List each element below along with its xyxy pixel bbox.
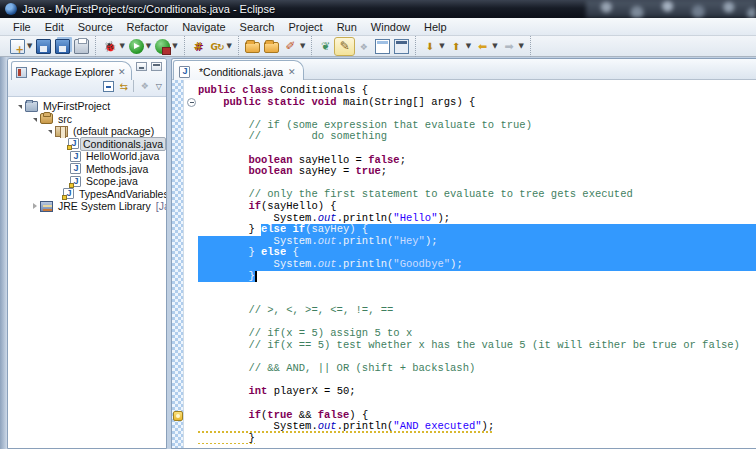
tree-item-label: MyFirstProject xyxy=(42,100,111,112)
java-class-hash-icon xyxy=(191,39,206,54)
prev-annotation-dropdown-icon[interactable]: ▼ xyxy=(466,42,471,50)
code-token: ; xyxy=(381,166,387,178)
run-external-button[interactable]: ▼ xyxy=(153,38,179,55)
tree-item-typesandvariables-java[interactable]: TypesAndVariables.java xyxy=(8,188,166,201)
back-history-dropdown-icon[interactable]: ▼ xyxy=(492,42,497,50)
tree-item-conditionals-java[interactable]: Conditionals.java xyxy=(8,138,166,151)
code-line-31[interactable]: } xyxy=(198,433,756,445)
debug-button[interactable]: ▼ xyxy=(100,38,126,55)
code-line-11[interactable]: if(sayHello) { xyxy=(198,201,756,213)
run-dropdown-icon[interactable]: ▼ xyxy=(146,42,151,50)
save-button[interactable] xyxy=(34,38,53,55)
code-line-27[interactable]: int playerX = 50; xyxy=(198,386,756,398)
next-annotation-button[interactable]: ▼ xyxy=(420,38,446,55)
code-line-1[interactable]: public class Conditionals { xyxy=(198,85,756,97)
tree-item-scope-java[interactable]: Scope.java xyxy=(8,175,166,188)
code-line-30[interactable]: System.out.println("AND executed"); xyxy=(198,421,756,433)
new-wizard-button[interactable]: ▼ xyxy=(8,38,34,55)
maximize-view-button[interactable] xyxy=(151,62,162,71)
tree-item-methods-java[interactable]: Methods.java xyxy=(8,163,166,176)
menu-source[interactable]: Source xyxy=(71,19,120,35)
editor-body[interactable]: public class Conditionals { public stati… xyxy=(172,80,756,448)
forward-history-button[interactable]: ▼ xyxy=(500,38,526,55)
code-line-23[interactable]: // if(x == 5) test whether x has the val… xyxy=(198,340,756,352)
code-line-20[interactable]: // >, <, >=, <=, !=, == xyxy=(198,305,756,317)
code-line-5[interactable]: // do something xyxy=(198,131,756,143)
editor-window-alt-button[interactable] xyxy=(392,38,411,55)
tree-item-myfirstproject[interactable]: MyFirstProject xyxy=(8,100,166,113)
search-pencil-button[interactable]: ▼ xyxy=(281,38,307,55)
open-type-button[interactable] xyxy=(316,38,335,55)
view-menu-button[interactable]: ▽ xyxy=(156,82,162,91)
code-token: (sayHello) { xyxy=(261,201,337,213)
selection-fill xyxy=(437,236,756,248)
open-folder-button[interactable] xyxy=(243,38,262,54)
java-class-hash-button[interactable] xyxy=(189,38,208,55)
menu-file[interactable]: File xyxy=(6,19,38,35)
menu-search[interactable]: Search xyxy=(233,19,282,35)
editor-window-button[interactable] xyxy=(373,38,392,55)
code-line-2[interactable]: public static void main(String[] args) { xyxy=(198,97,756,109)
menu-window[interactable]: Window xyxy=(364,19,417,35)
tree-item-jre-system-library[interactable]: JRE System Library[JavaSE-1.6] xyxy=(8,200,166,213)
back-history-button[interactable]: ▼ xyxy=(473,38,499,55)
package-explorer-tab[interactable]: Package Explorer ✕ xyxy=(11,61,132,80)
menu-help[interactable]: Help xyxy=(417,19,454,35)
print-button[interactable] xyxy=(72,38,91,55)
code-line-13[interactable]: } else if(sayHey) { xyxy=(198,224,756,236)
annotation-ruler[interactable] xyxy=(172,80,184,448)
tree-item-label: JRE System Library xyxy=(57,200,152,212)
editor-tab-conditionals[interactable]: *Conditionals.java ✕ xyxy=(173,60,304,80)
collapse-all-button[interactable] xyxy=(103,81,114,92)
code-area[interactable]: public class Conditionals { public stati… xyxy=(198,80,756,448)
tree-item-helloworld-java[interactable]: HelloWorld.java xyxy=(8,150,166,163)
code-line-17[interactable]: } xyxy=(198,271,756,283)
menu-refactor[interactable]: Refactor xyxy=(120,19,176,35)
link-with-editor-button[interactable]: ⇆ xyxy=(119,81,127,92)
new-wizard-dropdown-icon[interactable]: ▼ xyxy=(27,42,32,50)
menu-navigate[interactable]: Navigate xyxy=(175,19,232,35)
tree-item-label: TypesAndVariables.java xyxy=(78,188,167,200)
tree-item--default-package-[interactable]: (default package) xyxy=(8,125,166,138)
expanded-arrow-icon[interactable] xyxy=(48,130,52,134)
run-external-icon xyxy=(155,39,170,54)
refresh-g-button[interactable]: ▼ xyxy=(208,38,234,55)
forward-history-dropdown-icon[interactable]: ▼ xyxy=(519,42,524,50)
title-bar[interactable]: Java - MyFirstProject/src/Conditionals.j… xyxy=(0,0,756,18)
prev-annotation-button[interactable]: ▼ xyxy=(447,38,473,55)
code-line-28[interactable] xyxy=(198,398,756,410)
collapsed-arrow-icon[interactable] xyxy=(33,203,37,209)
minimize-view-button[interactable] xyxy=(136,62,147,71)
code-line-18[interactable] xyxy=(198,282,756,294)
close-tab-icon[interactable]: ✕ xyxy=(288,67,296,77)
search-pencil-dropdown-icon[interactable]: ▼ xyxy=(300,42,305,50)
code-line-8[interactable]: boolean sayHey = true; xyxy=(198,166,756,178)
tree-item-src[interactable]: src xyxy=(8,113,166,126)
close-view-icon[interactable]: ✕ xyxy=(118,67,126,77)
save-all-button[interactable] xyxy=(53,38,72,55)
java-file-icon xyxy=(68,138,79,149)
focus-on-task-icon[interactable] xyxy=(139,80,151,92)
debug-dropdown-icon[interactable]: ▼ xyxy=(119,42,124,50)
small-gray-button[interactable] xyxy=(354,38,373,55)
code-line-6[interactable] xyxy=(198,143,756,155)
menu-project[interactable]: Project xyxy=(281,19,329,35)
fold-collapse-icon[interactable] xyxy=(187,98,196,107)
code-line-16[interactable]: System.out.println("Goodbye"); xyxy=(198,259,756,271)
code-token: out xyxy=(318,421,337,433)
mark-occurrences-button[interactable] xyxy=(335,38,354,55)
warning-marker-icon[interactable] xyxy=(173,411,183,421)
folding-column[interactable] xyxy=(185,80,198,448)
menu-run[interactable]: Run xyxy=(330,19,364,35)
run-button[interactable]: ▼ xyxy=(127,38,153,55)
next-annotation-dropdown-icon[interactable]: ▼ xyxy=(439,42,444,50)
code-token: main(String[] args) { xyxy=(337,97,476,109)
folder-button[interactable] xyxy=(262,38,281,54)
code-line-25[interactable]: // && AND, || OR (shift + backslash) xyxy=(198,363,756,375)
expanded-arrow-icon[interactable] xyxy=(33,118,37,122)
expanded-arrow-icon[interactable] xyxy=(18,105,22,109)
menu-edit[interactable]: Edit xyxy=(38,19,71,35)
toolbar-group xyxy=(312,36,416,57)
refresh-g-dropdown-icon[interactable]: ▼ xyxy=(227,42,232,50)
run-external-dropdown-icon[interactable]: ▼ xyxy=(172,42,177,50)
